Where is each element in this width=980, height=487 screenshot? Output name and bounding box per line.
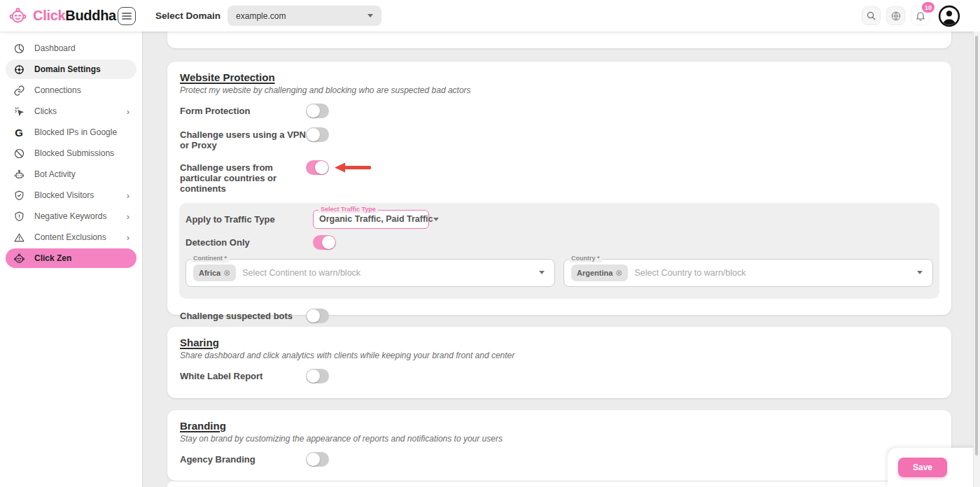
- bot-challenge-label: Challenge suspected bots: [180, 309, 306, 321]
- app-name: ClickBuddha: [33, 8, 116, 24]
- domain-select-value: example.com: [236, 11, 286, 21]
- bot-challenge-toggle[interactable]: [306, 309, 329, 323]
- account-button[interactable]: [938, 5, 960, 27]
- red-arrow-annotation: [335, 162, 371, 173]
- continent-chip-africa[interactable]: Africa ⊗: [193, 264, 236, 281]
- robot-icon: [13, 168, 25, 181]
- sidebar-item-domain-settings[interactable]: Domain Settings: [6, 59, 136, 79]
- sidebar-item-clicks[interactable]: Clicks ›: [6, 101, 136, 121]
- detection-only-row: Detection Only: [186, 235, 933, 250]
- chevron-down-icon: [368, 14, 373, 17]
- sidebar-item-content-exclusions[interactable]: Content Exclusions ›: [6, 227, 136, 247]
- save-button[interactable]: Save: [898, 458, 947, 477]
- detection-only-toggle[interactable]: [313, 235, 336, 250]
- page-scrollbar-track[interactable]: [973, 31, 980, 487]
- network-settings-button[interactable]: [886, 6, 905, 25]
- country-challenge-toggle[interactable]: [306, 160, 329, 175]
- chip-label: Argentina: [577, 269, 612, 277]
- bot-challenge-row: Challenge suspected bots: [180, 309, 939, 323]
- click-icon: [13, 105, 25, 118]
- avatar-icon: [938, 5, 960, 27]
- branding-card: Branding Stay on brand by customizing th…: [167, 410, 951, 481]
- sidebar-item-label: Domain Settings: [34, 64, 101, 74]
- chip-label: Africa: [199, 269, 220, 277]
- sidebar-toggle-button[interactable]: [118, 7, 136, 25]
- continent-country-row: Continent * Africa ⊗ Select Continent to…: [186, 259, 933, 287]
- chevron-right-icon: ›: [127, 212, 130, 221]
- buddha-icon: [13, 252, 25, 264]
- remove-chip-icon[interactable]: ⊗: [615, 268, 622, 278]
- white-label-row: White Label Report: [180, 369, 939, 383]
- website-protection-card: Website Protection Protect my website by…: [167, 62, 951, 315]
- country-select[interactable]: Country * Argentina ⊗ Select Country to …: [564, 259, 933, 287]
- form-protection-toggle[interactable]: [306, 104, 329, 118]
- sidebar-item-dashboard[interactable]: Dashboard: [6, 38, 136, 58]
- country-challenge-row: Challenge users from particular countrie…: [180, 160, 939, 195]
- continent-select[interactable]: Continent * Africa ⊗ Select Continent to…: [186, 259, 555, 287]
- chevron-down-icon: [433, 218, 439, 221]
- vpn-challenge-toggle[interactable]: [306, 127, 329, 142]
- notifications-button[interactable]: 10: [911, 6, 930, 25]
- pie-chart-icon: [13, 42, 25, 55]
- agency-branding-row: Agency Branding: [180, 452, 939, 467]
- traffic-type-select[interactable]: Select Traffic Type Organic Traffic, Pai…: [313, 210, 429, 229]
- detection-only-label: Detection Only: [186, 237, 313, 248]
- section-title: Branding: [180, 420, 939, 432]
- blocked-icon: [13, 147, 25, 160]
- sidebar-item-label: Dashboard: [34, 43, 76, 53]
- sidebar-item-bot-activity[interactable]: Bot Activity: [6, 164, 136, 184]
- page-scrollbar-thumb[interactable]: [975, 36, 978, 456]
- continent-field-label: Continent *: [191, 255, 229, 262]
- country-chip-argentina[interactable]: Argentina ⊗: [571, 264, 628, 281]
- globe-icon: [890, 10, 902, 22]
- main-content: Website Protection Protect my website by…: [144, 31, 980, 487]
- sidebar-item-label: Connections: [34, 85, 81, 95]
- sidebar-item-blocked-visitors[interactable]: Blocked Visitors ›: [6, 185, 136, 205]
- section-subtitle: Protect my website by challenging and bl…: [180, 85, 939, 95]
- white-label-report-toggle[interactable]: [306, 369, 329, 383]
- search-button[interactable]: [862, 6, 881, 25]
- toggle-knob: [307, 309, 320, 323]
- traffic-type-field-label: Select Traffic Type: [318, 206, 378, 213]
- sidebar-item-label: Click Zen: [34, 253, 71, 263]
- select-domain-label: Select Domain: [155, 10, 220, 21]
- sidebar-item-connections[interactable]: Connections: [6, 80, 136, 100]
- sidebar-item-click-zen[interactable]: Click Zen: [6, 248, 136, 268]
- traffic-type-value: Organic Traffic, Paid Traffic: [319, 214, 433, 224]
- toggle-knob: [307, 369, 320, 383]
- buddha-logo-icon: [8, 6, 27, 25]
- top-header: ClickBuddha Select Domain example.com: [0, 0, 980, 31]
- agency-branding-toggle[interactable]: [306, 452, 329, 467]
- sidebar-item-label: Blocked IPs in Google: [34, 127, 117, 137]
- agency-branding-label: Agency Branding: [180, 452, 306, 465]
- previous-section-card-partial: [167, 31, 951, 48]
- sidebar-item-blocked-submissions[interactable]: Blocked Submissions: [6, 143, 136, 163]
- sharing-card: Sharing Share dashboard and click analyt…: [167, 327, 951, 398]
- chevron-right-icon: ›: [127, 107, 130, 116]
- sidebar-item-label: Bot Activity: [34, 169, 76, 179]
- sidebar-item-label: Blocked Submissions: [34, 148, 114, 158]
- form-protection-label: Form Protection: [180, 104, 306, 116]
- link-icon: [13, 84, 25, 97]
- country-challenge-label: Challenge users from particular countrie…: [180, 160, 306, 195]
- toggle-knob: [307, 453, 320, 466]
- chevron-down-icon: [917, 271, 923, 274]
- section-subtitle: Stay on brand by customizing the appeara…: [180, 434, 939, 444]
- vpn-challenge-label: Challenge users using a VPN or Proxy: [180, 127, 306, 151]
- chevron-down-icon: [539, 271, 545, 274]
- next-section-card-partial: [167, 481, 951, 487]
- remove-chip-icon[interactable]: ⊗: [223, 268, 230, 278]
- hamburger-icon: [122, 12, 132, 20]
- sidebar-item-negative-keywords[interactable]: Negative Keywords ›: [6, 206, 136, 226]
- domain-select-dropdown[interactable]: example.com: [227, 6, 382, 26]
- chevron-right-icon: ›: [127, 233, 130, 242]
- sidebar: Dashboard Domain Settings Connections Cl…: [0, 31, 143, 487]
- shield-alert-icon: [13, 210, 25, 223]
- country-field-label: Country *: [569, 255, 602, 262]
- google-g-icon: G: [13, 126, 25, 139]
- save-footer-panel: Save: [888, 448, 980, 487]
- section-title: Website Protection: [180, 71, 939, 83]
- sidebar-item-blocked-ips-google[interactable]: G Blocked IPs in Google: [6, 122, 136, 142]
- search-icon: [866, 10, 876, 21]
- settings-icon: [13, 63, 25, 76]
